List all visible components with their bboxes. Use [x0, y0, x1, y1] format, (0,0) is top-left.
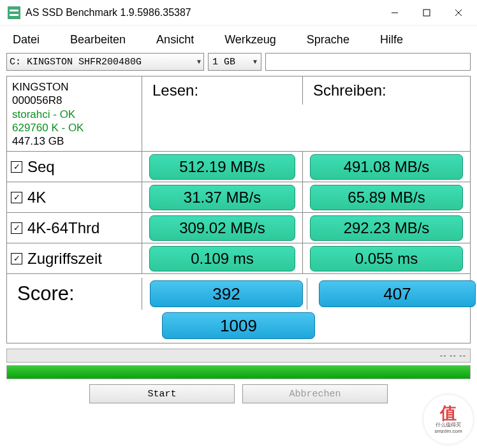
score-read: 392 — [150, 280, 303, 307]
abort-button: Abbrechen — [242, 384, 388, 403]
progress-block: -- -- -- — [6, 349, 471, 379]
app-icon — [8, 6, 20, 19]
checkbox-seq[interactable]: ✓ — [11, 161, 22, 173]
drive-model: KINGSTON — [12, 80, 136, 94]
access-write: 0.055 ms — [310, 246, 463, 271]
progress-text: -- -- -- — [440, 350, 466, 360]
4k64-write: 292.23 MB/s — [310, 215, 463, 241]
selector-row: C: KINGSTON SHFR200480G ▼ 1 GB ▼ — [6, 53, 471, 71]
menu-tools[interactable]: Werkzeug — [222, 33, 291, 47]
checkbox-4k[interactable]: ✓ — [11, 192, 22, 203]
menu-language[interactable]: Sprache — [304, 33, 365, 47]
drive-select[interactable]: C: KINGSTON SHFR200480G ▼ — [6, 53, 204, 71]
score-label: Score: — [11, 280, 81, 308]
size-select[interactable]: 1 GB ▼ — [208, 53, 261, 71]
row-label-seq: Seq — [27, 158, 55, 176]
minimize-button[interactable] — [379, 1, 411, 25]
svg-rect-0 — [8, 6, 20, 19]
chevron-down-icon: ▼ — [197, 59, 201, 66]
drive-info: KINGSTON 000056R8 storahci - OK 629760 K… — [7, 76, 142, 152]
progress-bar-test: -- -- -- — [6, 349, 471, 363]
chevron-down-icon: ▼ — [253, 59, 257, 66]
svg-rect-2 — [10, 14, 18, 16]
row-label-4k: 4K — [27, 189, 46, 206]
menu-file[interactable]: Datei — [10, 33, 55, 47]
window-title: AS SSD Benchmark 1.9.5986.35387 — [26, 7, 379, 18]
watermark-text1: 什么值得买 — [436, 421, 461, 428]
4k-read: 31.37 MB/s — [149, 185, 295, 210]
checkbox-access[interactable]: ✓ — [11, 253, 22, 264]
score-write: 407 — [319, 280, 476, 307]
close-button[interactable] — [443, 1, 474, 25]
svg-rect-4 — [423, 10, 430, 16]
drive-capacity: 447.13 GB — [12, 134, 136, 148]
drive-align: 629760 K - OK — [12, 121, 136, 134]
menu-view[interactable]: Ansicht — [154, 33, 209, 47]
score-total: 1009 — [162, 312, 315, 339]
title-bar: AS SSD Benchmark 1.9.5986.35387 — [0, 0, 477, 25]
row-label-access: Zugriffszeit — [27, 250, 102, 268]
drive-select-value: C: KINGSTON SHFR200480G — [10, 57, 142, 68]
menu-edit[interactable]: Bearbeiten — [68, 33, 141, 47]
results-grid: KINGSTON 000056R8 storahci - OK 629760 K… — [6, 76, 471, 343]
menu-help[interactable]: Hilfe — [378, 33, 418, 47]
seq-write: 491.08 MB/s — [310, 154, 463, 180]
drive-driver: storahci - OK — [12, 108, 136, 121]
watermark-text2: smzdm.com — [434, 428, 462, 434]
4k-write: 65.89 MB/s — [310, 185, 463, 210]
watermark-logo: 值 — [440, 405, 457, 421]
progress-bar-overall — [6, 365, 471, 379]
window-controls — [379, 1, 474, 25]
access-read: 0.109 ms — [149, 246, 295, 271]
start-button[interactable]: Start — [89, 384, 235, 403]
maximize-button[interactable] — [411, 1, 443, 25]
4k64-read: 309.02 MB/s — [149, 215, 295, 241]
info-box — [265, 53, 471, 71]
button-row: Start Abbrechen — [6, 384, 471, 403]
seq-read: 512.19 MB/s — [149, 154, 295, 180]
drive-fw: 000056R8 — [12, 94, 136, 107]
svg-rect-1 — [10, 10, 18, 11]
header-write: Schreiben: — [307, 78, 466, 103]
header-read: Lesen: — [146, 78, 298, 103]
checkbox-4k64[interactable]: ✓ — [11, 222, 22, 234]
size-select-value: 1 GB — [212, 57, 235, 68]
row-label-4k64: 4K-64Thrd — [27, 219, 99, 237]
menu-bar: Datei Bearbeiten Ansicht Werkzeug Sprach… — [6, 25, 471, 53]
